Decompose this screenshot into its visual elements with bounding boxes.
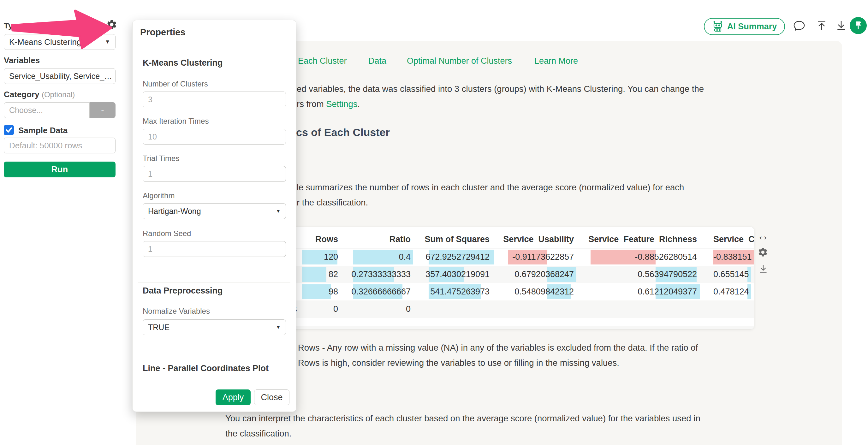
summary-desc-line1: le summarizes the number of rows in each… <box>297 183 684 192</box>
cell-ratio: 0.27333333333 <box>351 269 411 279</box>
annotation-arrow-icon <box>0 0 126 57</box>
section-parallel-coordinates-title: Line - Parallel Coordinates Plot <box>143 363 269 373</box>
table-header-row: Rows Ratio Sum of Squares Service_Usabil… <box>218 227 754 248</box>
expand-width-icon[interactable]: ↔ <box>757 229 769 243</box>
properties-title: Properties <box>140 27 185 37</box>
col-header-service-feature-richness[interactable]: Service_Feature_Richness <box>577 234 700 248</box>
random-seed-label: Random Seed <box>143 229 191 238</box>
divider <box>138 282 290 283</box>
table-row[interactable]: 120 0.4 672.9252729412 -0.91173622857 -0… <box>218 248 754 266</box>
category-clear-button[interactable]: - <box>90 102 116 118</box>
table-row[interactable]: 98 0.32666666667 541.475263973 0.5480984… <box>218 283 754 300</box>
ai-summary-button[interactable]: AI Summary <box>704 18 785 35</box>
cell-rows: 0 <box>333 304 338 314</box>
col-header-service-usability[interactable]: Service_Usability <box>493 234 577 248</box>
algorithm-label: Algorithm <box>143 191 175 200</box>
cell-extra: 0.478124 <box>713 287 749 296</box>
interpret-text-line1: You can interpret the characteristics of… <box>225 413 701 423</box>
algorithm-select[interactable]: Hartigan-Wong▼ <box>143 203 286 219</box>
table-settings-gear-icon[interactable] <box>757 247 768 259</box>
cell-ratio: 0.32666666667 <box>351 287 411 296</box>
chevron-down-icon: ▼ <box>276 203 281 219</box>
intro-text-line2: rs from Settings. <box>297 99 360 109</box>
intro-text-line2-post: . <box>358 99 360 109</box>
chevron-down-icon: ▼ <box>276 320 281 335</box>
category-label: Category (Optional) <box>4 90 75 99</box>
normalize-variables-select[interactable]: TRUE▼ <box>143 319 286 335</box>
cell-richness: 0.61212049377 <box>638 287 697 296</box>
trial-times-input[interactable]: 1 <box>143 166 286 182</box>
cell-ratio: 0.4 <box>399 252 411 262</box>
normalize-variables-label: Normalize Variables <box>143 307 210 316</box>
col-header-ratio[interactable]: Ratio <box>341 234 414 248</box>
number-of-clusters-input[interactable]: 3 <box>143 92 286 107</box>
cluster-summary-table: Rows Ratio Sum of Squares Service_Usabil… <box>218 227 754 329</box>
sample-data-label: Sample Data <box>18 126 67 135</box>
sample-size-input[interactable]: Default: 50000 rows <box>4 137 116 153</box>
ai-summary-label: AI Summary <box>727 22 777 32</box>
user-avatar[interactable] <box>850 17 867 34</box>
col-header-sum-of-squares[interactable]: Sum of Squares <box>414 234 493 248</box>
apply-button[interactable]: Apply <box>216 389 251 405</box>
col-header-service-c[interactable]: Service_C <box>700 234 754 248</box>
trial-times-label: Trial Times <box>143 154 179 163</box>
cell-ratio: 0 <box>406 304 411 314</box>
max-iteration-times-label: Max Iteration Times <box>143 117 209 126</box>
cell-rows: 98 <box>329 287 338 296</box>
properties-panel: Properties K-Means Clustering Number of … <box>132 20 297 412</box>
tab-each-cluster[interactable]: Each Cluster <box>298 56 347 66</box>
intro-text-line1: ed variables, the data was classified in… <box>297 84 704 94</box>
cell-rows: 82 <box>329 269 338 279</box>
tab-optimal-number-of-clusters[interactable]: Optimal Number of Clusters <box>407 56 512 66</box>
cell-extra: 0.655145 <box>713 269 749 279</box>
summary-desc-line2: r the classification. <box>297 197 368 208</box>
data-bar <box>302 267 327 282</box>
category-optional-label: (Optional) <box>42 90 75 99</box>
divider <box>138 358 290 358</box>
cell-sum-of-squares: 672.9252729412 <box>426 252 490 262</box>
divider <box>132 45 296 45</box>
download-icon[interactable] <box>835 20 847 33</box>
robot-icon <box>712 21 723 32</box>
cell-rows: 120 <box>324 252 338 262</box>
cell-richness: 0.56394790522 <box>638 269 697 279</box>
max-iteration-times-input[interactable]: 10 <box>143 129 286 145</box>
interpret-text-line2: the classification. <box>225 428 291 439</box>
run-button[interactable]: Run <box>4 162 116 178</box>
section-kmeans-title: K-Means Clustering <box>143 58 223 68</box>
cell-richness: -0.88526280514 <box>635 252 697 262</box>
publish-icon[interactable] <box>816 20 828 33</box>
cell-extra: -0.838151 <box>713 252 752 262</box>
comment-icon[interactable] <box>793 20 806 33</box>
cell-sum-of-squares: 357.4030219091 <box>426 269 490 279</box>
pushpin-icon <box>853 20 864 31</box>
tab-data[interactable]: Data <box>368 56 386 66</box>
cell-usability: 0.67920368247 <box>515 269 574 279</box>
intro-text-line2-pre: rs from <box>297 99 326 109</box>
missing-rows-note-line2: Rows is high, consider reviewing the var… <box>298 358 619 368</box>
sample-data-checkbox[interactable] <box>4 125 14 135</box>
settings-link[interactable]: Settings <box>326 99 357 109</box>
section-heading-each-cluster: cs of Each Cluster <box>296 126 390 138</box>
number-of-clusters-label: Number of Clusters <box>143 80 208 88</box>
random-seed-input[interactable]: 1 <box>143 241 286 257</box>
section-data-preprocessing-title: Data Preprocessing <box>143 286 223 296</box>
table-partial-row <box>218 326 754 329</box>
cell-sum-of-squares: 541.475263973 <box>430 287 490 296</box>
category-select[interactable]: Choose... <box>4 102 90 118</box>
table-download-icon[interactable] <box>758 264 768 275</box>
tab-learn-more[interactable]: Learn More <box>534 56 578 66</box>
variables-label: Variables <box>4 56 40 65</box>
cell-usability: 0.54809842312 <box>515 287 574 296</box>
table-row-missing-rows[interactable]: s 0 0 <box>218 300 754 318</box>
col-header-rows[interactable]: Rows <box>300 234 341 248</box>
table-row[interactable]: 82 0.27333333333 357.4030219091 0.679203… <box>218 266 754 283</box>
variables-input[interactable]: Service_Usability, Service_… <box>4 68 116 84</box>
missing-rows-note-line1: Rows - Any row with a missing value (NA)… <box>298 343 698 353</box>
data-bar <box>302 284 331 299</box>
cell-usability: -0.91173622857 <box>512 252 574 262</box>
checkmark-icon <box>4 125 14 135</box>
app-window: Each Cluster Data Optimal Number of Clus… <box>0 0 868 445</box>
divider <box>132 386 296 386</box>
close-button[interactable]: Close <box>254 389 289 405</box>
